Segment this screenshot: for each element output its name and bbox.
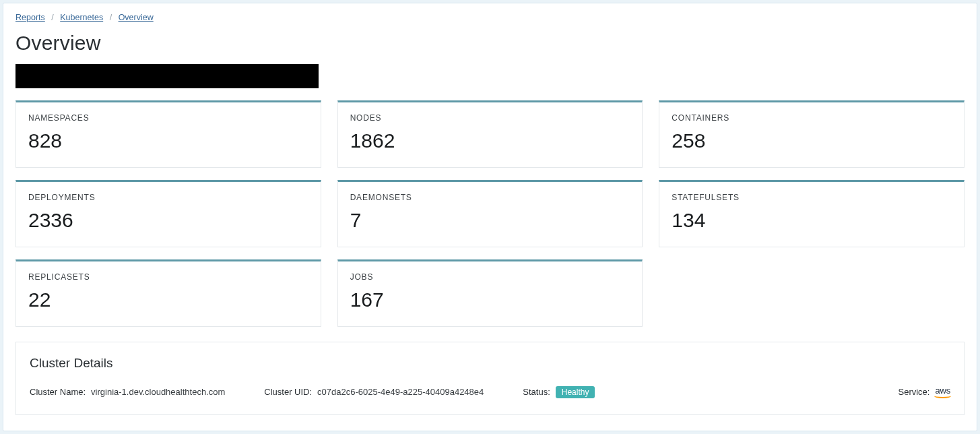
redacted-block <box>15 64 319 88</box>
page-container: Reports / Kubernetes / Overview Overview… <box>3 3 977 431</box>
card-jobs[interactable]: JOBS 167 <box>337 259 643 327</box>
page-title: Overview <box>3 28 977 64</box>
card-value: 7 <box>350 209 630 232</box>
detail-cluster-uid: Cluster UID: c07da2c6-6025-4e49-a225-404… <box>264 387 484 397</box>
card-containers[interactable]: CONTAINERS 258 <box>659 100 965 168</box>
summary-cards-grid: NAMESPACES 828 NODES 1862 CONTAINERS 258… <box>3 100 977 342</box>
card-value: 1862 <box>350 129 630 152</box>
card-value: 258 <box>672 129 952 152</box>
card-deployments[interactable]: DEPLOYMENTS 2336 <box>15 180 321 247</box>
card-replicasets[interactable]: REPLICASETS 22 <box>15 259 321 327</box>
detail-value: virginia-1.dev.cloudhealthtech.com <box>91 387 225 397</box>
card-label: DEPLOYMENTS <box>28 193 308 202</box>
card-label: DAEMONSETS <box>350 193 630 202</box>
breadcrumb-link-kubernetes[interactable]: Kubernetes <box>60 13 103 22</box>
card-label: REPLICASETS <box>28 272 308 282</box>
card-nodes[interactable]: NODES 1862 <box>337 100 643 168</box>
detail-label: Status: <box>523 387 550 397</box>
cluster-details-row: Cluster Name: virginia-1.dev.cloudhealth… <box>30 385 950 398</box>
breadcrumb-separator: / <box>47 13 57 22</box>
detail-label: Service: <box>899 387 930 397</box>
empty-grid-cell <box>659 259 965 327</box>
cluster-details-title: Cluster Details <box>30 356 950 371</box>
card-statefulsets[interactable]: STATEFULSETS 134 <box>659 180 965 247</box>
detail-cluster-name: Cluster Name: virginia-1.dev.cloudhealth… <box>30 387 225 397</box>
card-label: STATEFULSETS <box>672 193 952 202</box>
card-value: 2336 <box>28 209 308 232</box>
card-label: NODES <box>350 113 630 123</box>
cluster-details-panel: Cluster Details Cluster Name: virginia-1… <box>15 342 965 415</box>
card-label: JOBS <box>350 272 630 282</box>
card-label: CONTAINERS <box>672 113 952 123</box>
detail-service: Service: aws <box>899 385 951 398</box>
breadcrumb: Reports / Kubernetes / Overview <box>3 3 977 28</box>
detail-value: c07da2c6-6025-4e49-a225-40409a4248e4 <box>317 387 484 397</box>
card-namespaces[interactable]: NAMESPACES 828 <box>15 100 321 168</box>
card-daemonsets[interactable]: DAEMONSETS 7 <box>337 180 643 247</box>
breadcrumb-separator: / <box>106 13 116 22</box>
status-badge: Healthy <box>556 386 595 398</box>
detail-label: Cluster Name: <box>30 387 86 397</box>
card-value: 22 <box>28 288 308 311</box>
card-value: 828 <box>28 129 308 152</box>
detail-status: Status: Healthy <box>523 386 595 398</box>
card-value: 167 <box>350 288 630 311</box>
card-label: NAMESPACES <box>28 113 308 123</box>
breadcrumb-link-reports[interactable]: Reports <box>15 13 45 22</box>
aws-logo-icon: aws <box>935 385 950 398</box>
breadcrumb-link-overview[interactable]: Overview <box>119 13 154 22</box>
detail-label: Cluster UID: <box>264 387 312 397</box>
card-value: 134 <box>672 209 952 232</box>
